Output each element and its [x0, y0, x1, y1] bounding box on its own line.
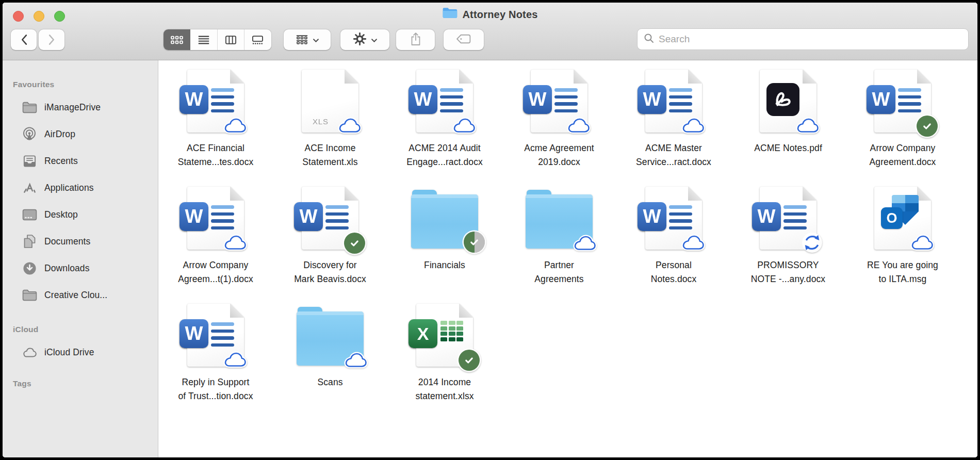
icloud-download-badge-icon [222, 234, 248, 251]
icloud-download-badge-icon [566, 117, 592, 134]
icon-view-button[interactable] [164, 29, 190, 50]
sidebar-item-desktop[interactable]: Desktop [3, 201, 158, 228]
word-file-icon: W [187, 304, 244, 367]
folder-item-scans[interactable]: Scans [273, 304, 387, 421]
file-item-acme-2014-audit-engage-ract-docx[interactable]: WACME 2014 AuditEngage...ract.docx [387, 70, 502, 187]
word-logo: W [179, 85, 208, 114]
excel-logo: X [409, 319, 437, 348]
file-item-acme-agreement-2019-docx[interactable]: WAcme Agreement2019.docx [502, 70, 616, 187]
word-text-lines [783, 205, 807, 233]
tag-icon [455, 34, 472, 46]
page-fold [230, 304, 244, 318]
file-item-2014-income-statement-xlsx[interactable]: X2014 Incomestatement.xlsx [387, 304, 502, 421]
sidebar-item-label: iManageDrive [44, 102, 101, 113]
file-item-ace-financial-stateme-tes-docx[interactable]: WACE FinancialStateme...tes.docx [158, 70, 273, 187]
file-item-arrow-company-agreem-t-1-docx[interactable]: WArrow CompanyAgreem...t(1).docx [158, 187, 273, 304]
word-logo: W [523, 85, 552, 114]
share-button[interactable] [396, 29, 435, 50]
file-browser-content: WACE FinancialStateme...tes.docxXLSACE I… [158, 60, 977, 457]
file-label-line: of Trust...tion.docx [178, 389, 253, 403]
search-input[interactable] [659, 34, 962, 45]
sidebar-item-icloud-drive[interactable]: iCloud Drive [3, 339, 158, 366]
word-logo: W [638, 202, 666, 231]
sidebar-item-documents[interactable]: Documents [3, 228, 158, 255]
file-label-line: Scans [317, 375, 342, 389]
file-label-line: Arrow Company [870, 141, 936, 155]
file-label: Arrow CompanyAgreem...t(1).docx [178, 258, 253, 286]
icloud-download-badge-icon [222, 117, 248, 134]
word-file-icon: W [645, 70, 702, 133]
excel-file-icon: X [416, 304, 473, 367]
file-icon-area: W [177, 187, 254, 250]
gallery-view-button[interactable] [244, 29, 271, 50]
sidebar-item-imanagedrive[interactable]: iManageDrive [3, 94, 158, 121]
file-item-ace-income-statement-xls[interactable]: XLSACE IncomeStatement.xls [273, 70, 387, 187]
file-label-line: Personal [651, 258, 697, 272]
file-icon-area [520, 187, 598, 250]
file-item-promissory-note-any-docx[interactable]: WPROMISSORYNOTE -...any.docx [731, 187, 845, 304]
group-by-button[interactable] [284, 29, 331, 50]
tag-button[interactable] [444, 29, 484, 50]
file-item-re-you-are-going-to-ilta-msg[interactable]: ORE You are goingto ILTA.msg [845, 187, 960, 304]
sidebar-item-downloads[interactable]: Downloads [3, 255, 158, 282]
word-logo: W [179, 202, 208, 231]
word-text-lines [898, 88, 921, 116]
page-fold [917, 187, 931, 201]
file-label-line: to ILTA.msg [867, 272, 938, 286]
file-label: Acme Agreement2019.docx [524, 141, 594, 169]
page-fold [688, 70, 702, 84]
file-icon-area: W [749, 187, 827, 250]
xls-label: XLS [313, 117, 329, 126]
zoom-button[interactable] [54, 11, 65, 22]
action-menu-button[interactable] [340, 29, 389, 50]
file-icon-area: W [406, 70, 483, 133]
file-item-acme-notes-pdf[interactable]: ACME Notes.pdf [731, 70, 845, 187]
gear-icon [353, 32, 366, 47]
recents-icon [21, 154, 38, 168]
acrobat-logo [766, 83, 799, 116]
folder-icon [411, 190, 478, 249]
file-label-line: ACE Income [302, 141, 357, 155]
word-file-icon: W [760, 187, 816, 250]
file-label: Scans [317, 375, 342, 389]
file-item-acme-master-service-ract-docx[interactable]: WACME MasterService...ract.docx [616, 70, 731, 187]
minimize-button[interactable] [34, 11, 44, 22]
file-item-arrow-company-agreement-docx[interactable]: WArrow CompanyAgreement.docx [845, 70, 960, 187]
file-item-reply-in-support-of-trust-tion-docx[interactable]: WReply in Supportof Trust...tion.docx [158, 304, 273, 421]
file-icon-area: W [177, 304, 254, 367]
word-text-lines [440, 88, 463, 116]
icloud-download-badge-icon [222, 351, 248, 368]
search-field[interactable] [637, 28, 969, 50]
folder-item-partner-agreements[interactable]: PartnerAgreements [502, 187, 616, 304]
column-view-button[interactable] [218, 29, 244, 50]
file-label-line: Acme Agreement [524, 141, 594, 155]
word-file-icon: W [531, 70, 587, 133]
file-icon-area [291, 304, 369, 367]
forward-button[interactable] [39, 29, 64, 50]
page-title: Attorney Notes [462, 9, 537, 21]
file-label: ACE FinancialStateme...tes.docx [178, 141, 254, 169]
file-label-line: PROMISSORY [751, 258, 825, 272]
file-icon-area: X [406, 304, 483, 367]
sidebar-item-creative-clou[interactable]: Creative Clou... [3, 282, 158, 308]
file-item-discovery-for-mark-beavis-docx[interactable]: WDiscovery forMark Beavis.docx [273, 187, 387, 304]
folder-item-financials[interactable]: Financials [387, 187, 502, 304]
close-button[interactable] [13, 11, 24, 22]
page-fold [345, 187, 358, 201]
sidebar-item-label: Desktop [44, 209, 78, 220]
sidebar-item-applications[interactable]: Applications [3, 174, 158, 201]
list-view-button[interactable] [190, 29, 217, 50]
finder-window: Attorney Notes [0, 0, 980, 460]
sidebar-item-airdrop[interactable]: AirDrop [3, 121, 158, 147]
sidebar-item-recents[interactable]: Recents [3, 147, 158, 174]
icloud-download-badge-icon [572, 234, 598, 252]
word-logo: W [638, 85, 666, 114]
synced-check-badge-icon [459, 350, 480, 371]
file-label-line: Mark Beavis.docx [294, 272, 366, 286]
file-label-line: Service...ract.docx [636, 155, 711, 169]
synced-check-badge-icon [917, 116, 938, 137]
folder-icon [442, 7, 458, 22]
word-file-icon: W [645, 187, 702, 250]
back-button[interactable] [11, 29, 37, 50]
file-item-personal-notes-docx[interactable]: WPersonalNotes.docx [616, 187, 731, 304]
